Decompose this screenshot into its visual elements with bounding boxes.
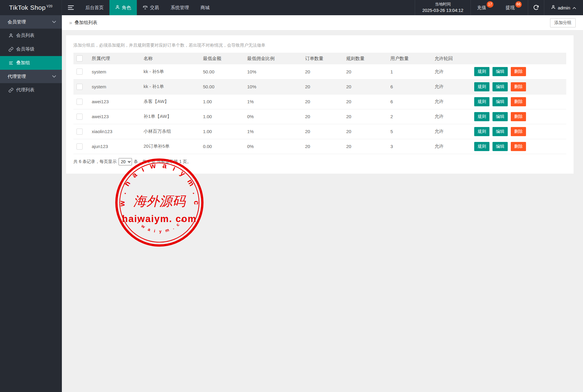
add-group-button[interactable]: 添加分组 [550, 18, 576, 27]
rule-button[interactable]: 规则 [474, 97, 489, 106]
pagination: 共 6 条记录，每页显示 20 条，共 1 页 当前显示第 1 页。 [73, 158, 566, 165]
cell-allow: 允许 [432, 94, 471, 109]
delete-button[interactable]: 删除 [511, 97, 526, 106]
sidebar-item-agent-list[interactable]: 代理列表 [0, 83, 62, 97]
edit-button[interactable]: 编辑 [492, 112, 508, 121]
table-row: system kk - 补5单 50.00 10% 20 20 1 允许 规则编… [73, 64, 566, 79]
row-checkbox[interactable] [76, 143, 83, 150]
col-header-agent: 所属代理 [89, 53, 140, 64]
table-row: awei123 补1单【AW】 1.00 0% 20 20 2 允许 规则编辑删… [73, 109, 566, 124]
rule-button[interactable]: 规则 [474, 142, 489, 151]
refresh-icon[interactable] [528, 0, 544, 15]
admin-menu[interactable]: admin [544, 0, 583, 15]
cell-users: 1 [387, 64, 432, 79]
tab-role[interactable]: 角色 [109, 0, 137, 15]
user-icon [9, 33, 13, 38]
list-icon [9, 61, 13, 65]
edit-button[interactable]: 编辑 [492, 67, 508, 76]
col-header-users: 用户数量 [387, 53, 432, 64]
withdraw-label: 提现 [506, 5, 515, 11]
cell-min-amount: 50.00 [200, 64, 244, 79]
recharge-link[interactable]: 充值 17 [471, 0, 499, 15]
delete-button[interactable]: 删除 [511, 112, 526, 121]
rule-button[interactable]: 规则 [474, 127, 489, 136]
sidebar-item-member-level[interactable]: 会员等级 [0, 42, 62, 56]
cell-agent: system [89, 64, 140, 79]
rule-button[interactable]: 规则 [474, 67, 489, 76]
hamburger-menu-icon[interactable] [62, 0, 80, 15]
page-size-select[interactable]: 20 [119, 158, 132, 165]
hint-text: 添加分组后，必须添加规则，并且规则需要对应好订单个数，若出现不对称情况，会导致用… [73, 43, 566, 48]
tab-trade-label: 交易 [150, 5, 159, 11]
cell-min-commission: 1% [244, 94, 302, 109]
cell-agent: system [89, 79, 140, 94]
tab-system[interactable]: 系统管理 [165, 0, 195, 15]
cell-min-amount: 1.00 [200, 94, 244, 109]
tab-trade[interactable]: 交易 [137, 0, 165, 15]
cell-orders: 20 [302, 79, 343, 94]
sidebar: 会员管理 会员列表 会员等级 叠加组 代理管理 代理列表 [0, 15, 62, 392]
edit-button[interactable]: 编辑 [492, 127, 508, 136]
cell-min-commission: 0% [244, 109, 302, 124]
cell-rules: 20 [343, 124, 387, 139]
sidebar-item-label: 代理列表 [16, 87, 34, 93]
cell-users: 3 [387, 139, 432, 154]
sidebar-group-agent-management[interactable]: 代理管理 [0, 70, 62, 83]
cell-users: 2 [387, 109, 432, 124]
col-header-min-commission: 最低佣金比例 [244, 53, 302, 64]
row-checkbox[interactable] [76, 129, 83, 135]
cell-orders: 20 [302, 94, 343, 109]
row-checkbox[interactable] [76, 69, 83, 75]
col-header-min-amount: 最低金额 [200, 53, 244, 64]
row-checkbox[interactable] [76, 114, 83, 120]
recharge-label: 充值 [477, 5, 486, 11]
delete-button[interactable]: 删除 [511, 67, 526, 76]
cell-min-commission: 0% [244, 139, 302, 154]
row-checkbox[interactable] [76, 84, 83, 90]
cell-agent: ajun123 [89, 139, 140, 154]
cell-allow: 允许 [432, 64, 471, 79]
tab-mall[interactable]: 商城 [195, 0, 215, 15]
edit-button[interactable]: 编辑 [492, 82, 508, 91]
app-logo-version: V20 [47, 5, 52, 8]
cell-min-amount: 0.00 [200, 139, 244, 154]
sidebar-item-member-list[interactable]: 会员列表 [0, 29, 62, 42]
cell-agent: xiaolin123 [89, 124, 140, 139]
tab-home[interactable]: 后台首页 [80, 0, 109, 15]
row-checkbox[interactable] [76, 99, 83, 105]
cell-min-commission: 10% [244, 79, 302, 94]
breadcrumb-bar: » 叠加组列表 添加分组 [62, 15, 583, 30]
withdraw-badge: 66 [515, 1, 522, 8]
edit-button[interactable]: 编辑 [492, 142, 508, 151]
col-header-name: 名称 [140, 53, 200, 64]
cell-rules: 20 [343, 109, 387, 124]
cell-allow: 允许 [432, 79, 471, 94]
sidebar-item-label: 会员列表 [16, 33, 34, 38]
navbar-right: 当地时间 2025-03-26 13:04:12 充值 17 提现 66 adm… [415, 0, 583, 15]
delete-button[interactable]: 删除 [511, 127, 526, 136]
sidebar-group-label: 代理管理 [8, 74, 26, 79]
delete-button[interactable]: 删除 [511, 142, 526, 151]
cell-rules: 20 [343, 64, 387, 79]
cell-orders: 20 [302, 109, 343, 124]
sidebar-item-label: 叠加组 [16, 60, 30, 66]
app-logo-text: TikTok Shop [9, 4, 46, 11]
chevron-up-icon [572, 5, 576, 10]
tab-home-label: 后台首页 [85, 5, 104, 11]
link-icon [9, 88, 13, 93]
sidebar-group-member-management[interactable]: 会员管理 [0, 15, 62, 29]
delete-button[interactable]: 删除 [511, 82, 526, 91]
cell-min-amount: 1.00 [200, 109, 244, 124]
edit-button[interactable]: 编辑 [492, 97, 508, 106]
table-row: ajun123 20订单补5单 0.00 0% 20 20 3 允许 规则编辑删… [73, 139, 566, 154]
withdraw-link[interactable]: 提现 66 [499, 0, 528, 15]
cell-min-commission: 1% [244, 124, 302, 139]
pagination-prefix: 共 6 条记录，每页显示 [73, 159, 117, 164]
cell-name: 小林百万杀组 [140, 124, 200, 139]
rule-button[interactable]: 规则 [474, 82, 489, 91]
rule-button[interactable]: 规则 [474, 112, 489, 121]
select-all-checkbox[interactable] [76, 55, 83, 62]
sidebar-item-stack-group[interactable]: 叠加组 [0, 56, 62, 70]
cell-min-amount: 1.00 [200, 124, 244, 139]
cell-name: 补1单【AW】 [140, 109, 200, 124]
